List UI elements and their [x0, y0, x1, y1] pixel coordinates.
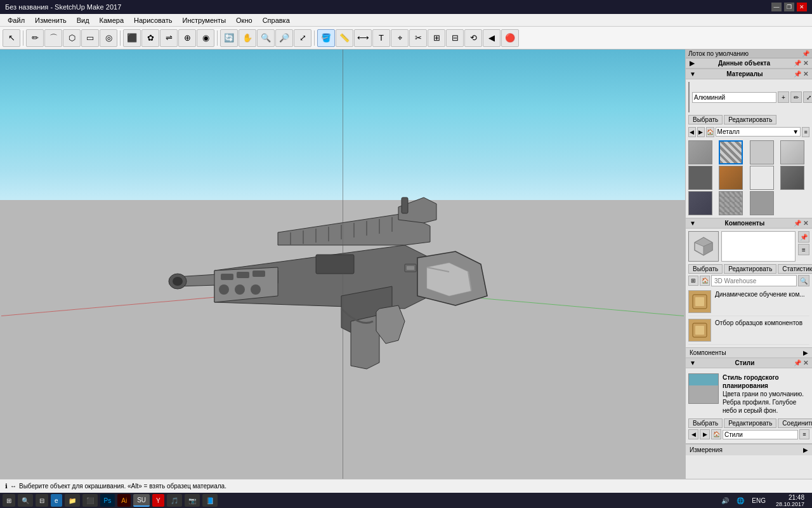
taskbar-other[interactable]: 📘 [202, 494, 218, 507]
menu-tools[interactable]: Инструменты [177, 15, 231, 25]
taskbar-explorer[interactable]: 📁 [65, 494, 80, 507]
styles-pin[interactable]: 📌 [794, 359, 801, 366]
menu-file[interactable]: Файл [3, 15, 30, 25]
offset-tool[interactable]: ◉ [197, 29, 214, 47]
arc-tool[interactable]: ⌒ [44, 29, 62, 47]
taskbar-app1[interactable]: ⬛ [82, 494, 98, 507]
maximize-button[interactable]: ❐ [784, 3, 794, 11]
close-button[interactable]: ✕ [797, 3, 807, 11]
component-item-0[interactable]: Динамическое обучение ком... [688, 288, 809, 316]
component-item-1[interactable]: Отбор образцов компонентов [688, 316, 809, 345]
material-create-btn[interactable]: + [778, 91, 789, 103]
components-close[interactable]: ✕ [803, 220, 808, 227]
material-category-dropdown[interactable]: Металл ▼ [716, 127, 801, 137]
component-select-btn[interactable]: Выбрать [688, 264, 723, 274]
component-search-input[interactable] [711, 275, 797, 286]
axes-tool[interactable]: ⌖ [391, 29, 409, 47]
component-edit-btn[interactable]: Редактировать [724, 264, 776, 274]
menu-help[interactable]: Справка [258, 15, 295, 25]
menu-view[interactable]: Вид [72, 15, 95, 25]
components-pin[interactable]: 📌 [794, 220, 801, 227]
material-swatch-5[interactable] [719, 166, 743, 190]
comp-footer-arrow[interactable]: ▶ [803, 349, 808, 356]
menu-camera[interactable]: Камера [95, 15, 129, 25]
pencil-tool[interactable]: ✏ [26, 29, 44, 47]
material-back-btn[interactable]: ◀ [688, 127, 696, 137]
warehouse-tool[interactable]: ◀ [483, 29, 501, 47]
material-swatch-1[interactable] [719, 140, 743, 164]
paint-bucket-tool[interactable]: 🪣 [317, 29, 335, 47]
menu-edit[interactable]: Изменить [30, 15, 72, 25]
group-tool[interactable]: ⊟ [446, 29, 464, 47]
extension-tool[interactable]: 🔴 [501, 29, 519, 47]
zoom-window-tool[interactable]: 🔎 [275, 29, 293, 47]
push-pull-tool[interactable]: ⬛ [123, 29, 141, 47]
taskbar-music[interactable]: 🎵 [167, 494, 182, 507]
taskbar-photo[interactable]: 📷 [185, 494, 200, 507]
text-tool[interactable]: T [372, 29, 390, 47]
dimension-tool[interactable]: ⟷ [354, 29, 372, 47]
material-swatch-10[interactable] [750, 191, 774, 215]
rect-tool[interactable]: ▭ [81, 29, 99, 47]
material-home-btn[interactable]: 🏠 [706, 127, 714, 137]
components-header[interactable]: ▼ Компоненты 📌 ✕ [686, 218, 812, 229]
styles-detail-btn[interactable]: ≡ [799, 429, 809, 439]
component-detail-btn[interactable]: ≡ [798, 244, 809, 255]
zoom-tool[interactable]: 🔍 [257, 29, 275, 47]
materials-header[interactable]: ▼ Материалы 📌 ✕ [686, 69, 812, 79]
taskbar-volume[interactable]: 🔊 [719, 497, 731, 504]
material-edit-btn[interactable]: Редактировать [724, 115, 776, 124]
taskbar-sketchup[interactable]: SU [133, 494, 150, 507]
styles-header[interactable]: ▼ Стили 📌 ✕ [686, 358, 812, 368]
component-home-btn[interactable]: 📌 [798, 231, 809, 243]
viewport[interactable] [0, 50, 685, 479]
start-button[interactable]: ⊞ [3, 494, 15, 507]
material-swatch-4[interactable] [688, 166, 712, 190]
polygon-tool[interactable]: ⬡ [63, 29, 81, 47]
object-data-header[interactable]: ▶ Данные объекта 📌 ✕ [686, 58, 812, 69]
minimize-button[interactable]: — [771, 3, 782, 11]
styles-close[interactable]: ✕ [803, 359, 808, 366]
taskbar-ps[interactable]: Ps [100, 494, 115, 507]
styles-select-btn[interactable]: Выбрать [688, 418, 723, 428]
styles-dropdown[interactable]: Стили [723, 430, 798, 439]
materials-pin[interactable]: 📌 [794, 70, 801, 77]
material-delete-btn[interactable]: ✏ [790, 91, 802, 103]
material-select-btn[interactable]: Выбрать [688, 115, 723, 124]
material-swatch-8[interactable] [688, 191, 712, 215]
material-name-input[interactable] [692, 92, 776, 103]
styles-home-btn[interactable]: 🏠 [711, 429, 721, 439]
component-stats-btn[interactable]: Статистика [778, 264, 812, 274]
styles-back-btn[interactable]: ◀ [688, 429, 698, 439]
solid-tool[interactable]: ⟲ [464, 29, 482, 47]
menu-draw[interactable]: Нарисовать [129, 15, 177, 25]
tape-tool[interactable]: 📏 [336, 29, 353, 47]
component-search-btn[interactable]: 🔍 [798, 275, 809, 286]
taskbar-ai[interactable]: Ai [117, 494, 131, 507]
material-swatch-2[interactable] [750, 140, 774, 164]
section-tool[interactable]: ✂ [409, 29, 427, 47]
material-swatch-7[interactable] [780, 166, 804, 190]
material-swatch-9[interactable] [719, 191, 743, 215]
taskbar-network[interactable]: 🌐 [734, 497, 747, 504]
taskbar-y[interactable]: Y [152, 494, 164, 507]
material-swatch-6[interactable] [750, 166, 774, 190]
comp-home-btn[interactable]: 🏠 [700, 276, 710, 286]
materials-close[interactable]: ✕ [803, 70, 808, 77]
tray-pin-icon[interactable]: 📌 [802, 50, 809, 57]
styles-edit-btn[interactable]: Редактировать [724, 418, 776, 428]
pan-tool[interactable]: ✋ [239, 29, 256, 47]
comp-grid-view-btn[interactable]: ⊞ [688, 276, 698, 286]
task-view-button[interactable]: ⊟ [36, 494, 48, 507]
styles-forward-btn[interactable]: ▶ [700, 429, 710, 439]
select-tool[interactable]: ↖ [3, 29, 20, 47]
menu-window[interactable]: Окно [231, 15, 258, 25]
material-detail-btn[interactable]: ≡ [802, 127, 809, 137]
search-button[interactable]: 🔍 [18, 494, 33, 507]
material-swatch-3[interactable] [780, 140, 804, 164]
component-tool[interactable]: ⊞ [428, 29, 445, 47]
rotate-tool[interactable]: ⇌ [160, 29, 178, 47]
orbit-tool[interactable]: 🔄 [220, 29, 238, 47]
material-replace-btn[interactable]: ⤢ [803, 91, 812, 103]
circle-tool[interactable]: ◎ [100, 29, 117, 47]
